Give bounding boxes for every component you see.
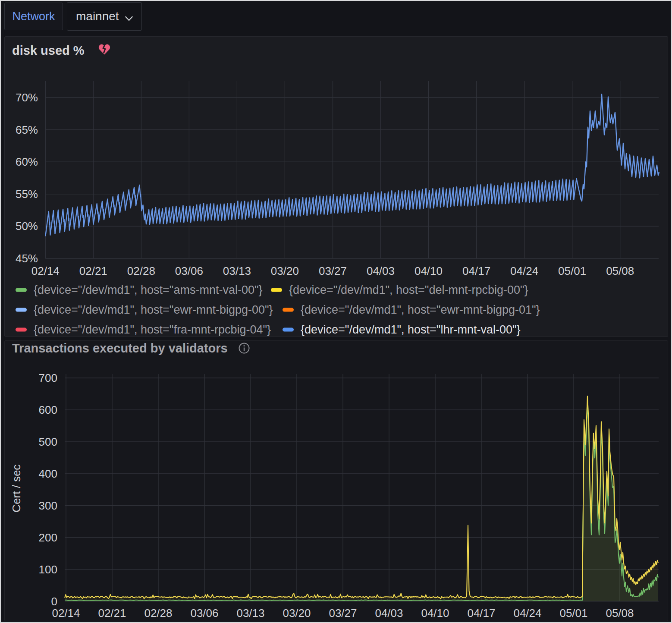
svg-text:03/06: 03/06 (175, 264, 203, 277)
svg-text:04/24: 04/24 (513, 607, 541, 620)
svg-text:04/03: 04/03 (367, 264, 395, 277)
svg-text:05/01: 05/01 (559, 607, 587, 620)
svg-text:02/21: 02/21 (98, 607, 126, 620)
svg-text:{device="/dev/md1", host="ewr-: {device="/dev/md1", host="ewr-mnt-bigpg-… (301, 303, 540, 316)
svg-text:100: 100 (39, 563, 57, 576)
svg-text:05/01: 05/01 (558, 264, 586, 277)
svg-text:03/20: 03/20 (271, 264, 299, 277)
svg-text:65%: 65% (16, 123, 38, 136)
svg-text:03/06: 03/06 (190, 607, 218, 620)
svg-text:55%: 55% (16, 188, 38, 201)
svg-text:04/24: 04/24 (510, 264, 538, 277)
svg-text:04/10: 04/10 (421, 607, 449, 620)
svg-text:{device="/dev/md1", host="lhr-: {device="/dev/md1", host="lhr-mnt-val-00… (301, 323, 521, 336)
svg-text:{device="/dev/md1", host="fra-: {device="/dev/md1", host="fra-mnt-rpcbig… (34, 323, 271, 336)
svg-text:02/21: 02/21 (79, 264, 107, 277)
svg-text:{device="/dev/md1", host="del-: {device="/dev/md1", host="del-mnt-rpcbig… (289, 283, 528, 296)
svg-text:04/17: 04/17 (467, 607, 495, 620)
svg-text:Cert / sec: Cert / sec (10, 464, 23, 512)
svg-text:03/13: 03/13 (236, 607, 264, 620)
svg-text:05/08: 05/08 (606, 607, 634, 620)
svg-text:02/28: 02/28 (127, 264, 155, 277)
svg-text:04/17: 04/17 (462, 264, 490, 277)
svg-text:03/27: 03/27 (319, 264, 347, 277)
svg-text:700: 700 (39, 371, 57, 384)
svg-text:45%: 45% (16, 252, 38, 265)
svg-text:03/20: 03/20 (283, 607, 311, 620)
svg-text:02/14: 02/14 (31, 264, 60, 277)
svg-text:04/03: 04/03 (375, 607, 403, 620)
svg-text:400: 400 (39, 467, 57, 480)
svg-text:50%: 50% (16, 220, 38, 233)
svg-text:60%: 60% (16, 155, 38, 168)
svg-text:02/14: 02/14 (52, 607, 80, 620)
svg-text:500: 500 (39, 435, 57, 448)
svg-text:02/28: 02/28 (144, 607, 172, 620)
svg-text:300: 300 (39, 499, 57, 512)
svg-text:05/08: 05/08 (606, 264, 634, 277)
svg-text:0: 0 (51, 595, 57, 608)
svg-text:70%: 70% (16, 91, 38, 104)
svg-text:{device="/dev/md1", host="ewr-: {device="/dev/md1", host="ewr-mnt-bigpg-… (34, 303, 273, 316)
svg-text:04/10: 04/10 (415, 264, 443, 277)
svg-text:200: 200 (39, 531, 57, 544)
svg-text:{device="/dev/md1", host="ams-: {device="/dev/md1", host="ams-mnt-val-00… (34, 283, 263, 296)
svg-text:03/27: 03/27 (329, 607, 357, 620)
svg-text:600: 600 (39, 403, 57, 416)
svg-text:03/13: 03/13 (223, 264, 251, 277)
